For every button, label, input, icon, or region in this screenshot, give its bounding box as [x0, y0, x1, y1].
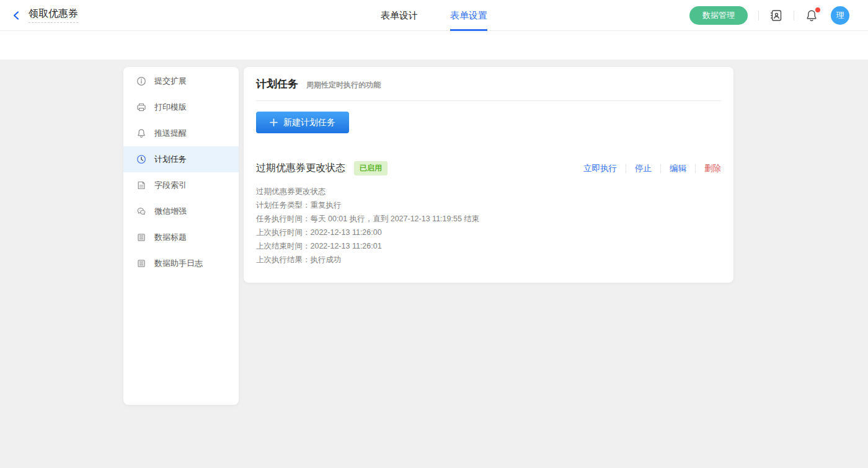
info-icon [136, 76, 146, 86]
sidebar-item-wechat-enhance[interactable]: 微信增强 [123, 198, 239, 224]
panel-divider [256, 100, 721, 101]
unread-badge [815, 7, 820, 12]
sidebar-item-label: 提交扩展 [154, 76, 187, 87]
stop-link[interactable]: 停止 [635, 163, 652, 174]
panel-subtitle: 周期性定时执行的功能 [306, 80, 381, 91]
center-tabs: 表单设计 表单设置 [365, 0, 503, 31]
edit-link[interactable]: 编辑 [670, 163, 686, 174]
form-title[interactable]: 领取优惠券 [29, 7, 78, 23]
task-details: 过期优惠券更改状态 计划任务类型：重复执行 任务执行时间：每天 00:01 执行… [256, 185, 721, 267]
sidebar-item-label: 计划任务 [154, 154, 187, 165]
plus-icon [270, 118, 278, 126]
file-icon [136, 180, 146, 190]
detail-run-schedule: 任务执行时间：每天 00:01 执行，直到 2027-12-13 11:19:5… [256, 212, 721, 226]
sidebar-item-label: 数据助手日志 [154, 258, 203, 269]
topbar-divider [794, 11, 794, 20]
action-divider [660, 164, 661, 173]
sidebar-item-scheduled-tasks[interactable]: 计划任务 [123, 146, 239, 172]
topbar-divider [758, 11, 759, 20]
detail-last-run-time: 上次执行时间：2022-12-13 11:26:00 [256, 226, 721, 239]
bell-icon [136, 128, 146, 138]
action-divider [626, 164, 626, 173]
settings-sidebar: 提交扩展 打印模版 推送提醒 [123, 67, 239, 405]
detail-task-type: 计划任务类型：重复执行 [256, 198, 721, 212]
sidebar-item-data-assistant-log[interactable]: 数据助手日志 [123, 250, 239, 276]
panel-header: 计划任务 周期性定时执行的功能 [256, 77, 721, 91]
list-icon [136, 232, 146, 242]
delete-link[interactable]: 删除 [704, 163, 721, 174]
user-avatar[interactable]: 理 [831, 6, 849, 25]
sidebar-item-label: 打印模版 [154, 102, 187, 113]
new-scheduled-task-button[interactable]: 新建计划任务 [256, 112, 349, 133]
back-icon [11, 10, 22, 21]
tab-form-settings[interactable]: 表单设置 [450, 0, 487, 31]
topbar-right: 数据管理 理 [689, 6, 868, 25]
content-area: 提交扩展 打印模版 推送提醒 [0, 60, 868, 405]
clock-icon [136, 154, 146, 164]
task-header-row: 过期优惠券更改状态 已启用 立即执行 停止 编辑 删除 [256, 161, 721, 175]
back-button[interactable] [11, 10, 22, 21]
status-badge: 已启用 [354, 161, 388, 175]
sidebar-item-label: 数据标题 [154, 232, 187, 243]
new-task-button-label: 新建计划任务 [283, 117, 335, 128]
action-divider [695, 164, 696, 173]
top-bar: 领取优惠券 表单设计 表单设置 数据管理 理 [0, 0, 868, 31]
topbar-left: 领取优惠券 [0, 7, 78, 23]
sidebar-item-print-template[interactable]: 打印模版 [123, 94, 239, 120]
detail-last-end-time: 上次结束时间：2022-12-13 11:26:01 [256, 239, 721, 253]
notification-bell-icon[interactable] [805, 9, 818, 22]
printer-icon [136, 102, 146, 112]
task-name: 过期优惠券更改状态 [256, 162, 345, 175]
sidebar-item-field-index[interactable]: 字段索引 [123, 172, 239, 198]
scheduled-tasks-panel: 计划任务 周期性定时执行的功能 新建计划任务 过期优惠券更改状态 已启用 立即执… [244, 67, 733, 283]
wechat-icon [136, 206, 146, 216]
sidebar-item-label: 微信增强 [154, 206, 187, 217]
sub-strip [0, 31, 868, 60]
tab-form-design[interactable]: 表单设计 [381, 0, 418, 31]
sidebar-item-data-title[interactable]: 数据标题 [123, 224, 239, 250]
contacts-book-icon[interactable] [769, 9, 783, 22]
sidebar-item-submit-extension[interactable]: 提交扩展 [123, 68, 239, 94]
sidebar-item-label: 字段索引 [154, 180, 187, 191]
list-icon [136, 258, 146, 268]
run-now-link[interactable]: 立即执行 [583, 163, 617, 174]
panel-title: 计划任务 [256, 77, 298, 91]
detail-task-name: 过期优惠券更改状态 [256, 185, 721, 198]
sidebar-item-push-reminder[interactable]: 推送提醒 [123, 120, 239, 146]
sidebar-item-label: 推送提醒 [154, 128, 187, 139]
task-actions: 立即执行 停止 编辑 删除 [583, 163, 721, 174]
detail-last-result: 上次执行结果：执行成功 [256, 253, 721, 267]
data-manage-button[interactable]: 数据管理 [689, 6, 748, 25]
